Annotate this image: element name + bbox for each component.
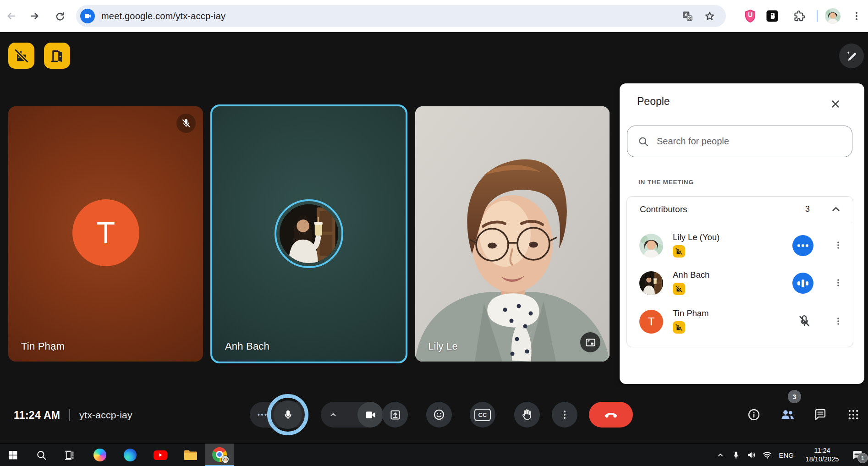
people-panel-title: People (637, 95, 670, 108)
cc-icon: CC (474, 409, 491, 421)
toolbar-divider (817, 10, 818, 22)
forward-arrow-icon (29, 10, 41, 22)
chevron-up-icon[interactable] (328, 410, 338, 420)
notification-count-badge: 1 (857, 453, 868, 463)
system-tray: ENG 11:24 18/10/2025 1 (713, 444, 868, 466)
in-the-meeting-label: IN THE MEETING (638, 179, 694, 186)
picture-in-picture-button[interactable] (580, 332, 600, 352)
chevron-up-icon[interactable] (830, 203, 842, 215)
video-tile-anh-bach[interactable]: Anh Bach (210, 104, 407, 363)
taskbar-clock[interactable]: 11:24 18/10/2025 (797, 446, 847, 464)
edge-icon[interactable] (120, 446, 140, 464)
people-search-input[interactable] (657, 136, 852, 147)
participant-menu-button[interactable] (830, 313, 846, 329)
taskbar-search-button[interactable] (31, 446, 51, 464)
ublock-extension-icon[interactable]: U (742, 8, 758, 24)
file-explorer-icon[interactable] (181, 446, 201, 464)
meeting-code: ytx-accp-iay (79, 410, 132, 421)
browser-profile-avatar[interactable] (825, 8, 841, 24)
tray-volume-icon[interactable] (744, 447, 759, 463)
participant-name: Anh Bach (673, 270, 709, 280)
copilot-icon[interactable] (90, 446, 110, 464)
participant-menu-button[interactable] (830, 274, 846, 291)
participant-row-lily-le[interactable]: Lily Le (You) (627, 227, 853, 264)
profile-photo (825, 8, 841, 24)
pencil-sparkle-icon (845, 49, 858, 62)
info-icon (747, 408, 761, 422)
emoji-smile-icon (433, 408, 445, 421)
kebab-menu-icon (833, 278, 843, 288)
tile-mic-muted-badge (176, 114, 196, 133)
contributors-label: Contributors (640, 204, 805, 214)
chat-button[interactable] (808, 402, 833, 428)
copilot-logo (93, 449, 106, 461)
speaking-indicator (792, 235, 813, 256)
camera-off-overlay-button[interactable] (8, 43, 34, 69)
mic-button[interactable] (274, 400, 302, 429)
meeting-details-button[interactable] (741, 402, 767, 428)
address-bar[interactable]: meet.google.com/ytx-accp-iay (76, 5, 726, 27)
browser-toolbar: meet.google.com/ytx-accp-iay U (0, 0, 868, 32)
video-tile-tin-pham[interactable]: T Tin Phạm (8, 106, 203, 362)
translate-icon[interactable] (681, 10, 693, 22)
video-tile-lily-le[interactable]: Lily Le (415, 106, 610, 362)
annotate-button[interactable] (839, 44, 864, 68)
speaking-indicator (792, 273, 813, 294)
avatar-tin-pham: T (72, 199, 139, 266)
participant-menu-button[interactable] (830, 237, 846, 253)
language-indicator[interactable]: ENG (775, 451, 797, 459)
kebab-menu-icon (851, 11, 862, 22)
crossed-building-icon (675, 285, 683, 293)
forward-button[interactable] (27, 8, 43, 24)
raise-hand-button[interactable] (514, 402, 540, 428)
extension-icon-dark[interactable] (764, 8, 780, 24)
participant-row-anh-bach[interactable]: Anh Bach (627, 264, 853, 302)
tray-mic-icon[interactable] (728, 447, 744, 463)
tray-chevron-button[interactable] (713, 447, 728, 463)
reactions-button[interactable] (426, 402, 452, 428)
search-icon (36, 450, 47, 461)
back-button[interactable] (3, 8, 19, 24)
tile-name-label: Lily Le (428, 340, 458, 352)
apps-grid-icon (847, 408, 860, 421)
leave-room-overlay-button[interactable] (44, 43, 70, 69)
close-people-panel-button[interactable] (827, 96, 844, 112)
url-text: meet.google.com/ytx-accp-iay (101, 11, 681, 22)
kebab-menu-icon (833, 316, 843, 326)
mic-highlight-ring (267, 394, 308, 435)
chrome-taskbar-button[interactable] (205, 444, 234, 466)
end-call-icon (604, 407, 618, 422)
participant-row-tin-pham[interactable]: T Tin Phạm (627, 303, 853, 340)
participant-name: Lily Le (You) (673, 232, 720, 242)
browser-menu-button[interactable] (849, 8, 864, 24)
captions-button[interactable]: CC (470, 402, 495, 428)
camera-button[interactable] (357, 402, 383, 428)
screen: meet.google.com/ytx-accp-iay U (0, 0, 868, 466)
task-view-button[interactable] (60, 446, 80, 464)
extensions-puzzle-icon[interactable] (791, 8, 807, 24)
participant-avatar (639, 271, 663, 295)
camera-off-badge (673, 321, 685, 334)
end-call-button[interactable] (589, 402, 633, 428)
people-icon (780, 407, 795, 422)
present-screen-button[interactable] (382, 402, 408, 428)
crossed-building-icon (675, 247, 683, 255)
start-button[interactable] (3, 446, 23, 464)
reload-icon (54, 11, 66, 22)
chevron-up-icon (716, 450, 725, 460)
reload-button[interactable] (51, 8, 68, 24)
contributors-header[interactable]: Contributors 3 (627, 197, 853, 222)
mic-off-icon (797, 314, 812, 329)
ublock-letter: U (743, 11, 757, 18)
chrome-profile-overlay (221, 455, 229, 463)
tray-wifi-icon[interactable] (759, 447, 775, 463)
people-button[interactable] (775, 402, 800, 428)
camera-icon (364, 409, 377, 421)
youtube-icon[interactable] (150, 446, 170, 464)
more-options-button[interactable] (552, 402, 577, 428)
bookmark-star-icon[interactable] (703, 10, 716, 22)
avatar-letter: T (648, 315, 655, 328)
action-center-button[interactable]: 1 (847, 446, 868, 464)
activities-button[interactable] (841, 402, 866, 428)
kebab-menu-icon (559, 409, 570, 420)
